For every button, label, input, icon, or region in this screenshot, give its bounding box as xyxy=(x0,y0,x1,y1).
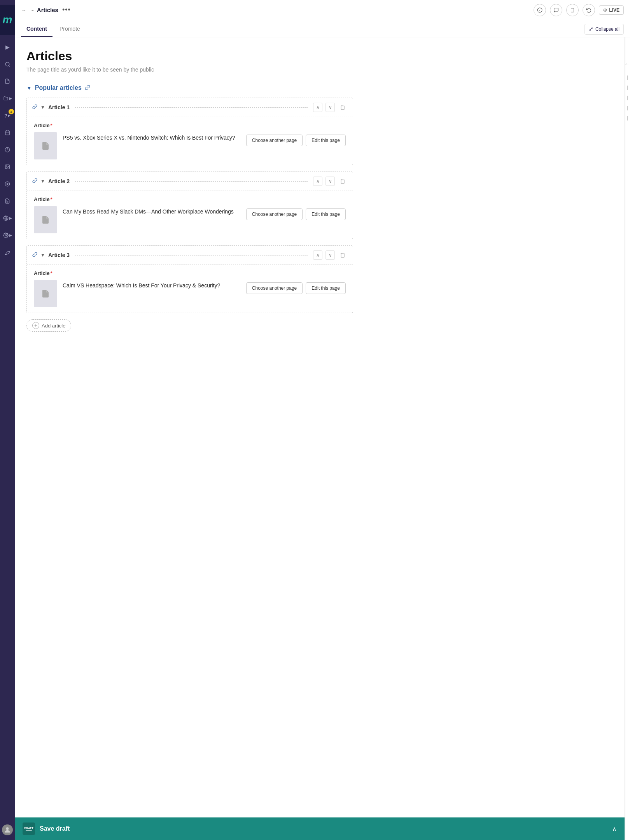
article-2-controls: ∧ ∨ xyxy=(313,177,347,186)
expand-icon[interactable]: ▶ xyxy=(2,42,12,52)
add-circle-icon: + xyxy=(32,322,39,329)
article-1-choose-btn[interactable]: Choose another page xyxy=(246,135,303,146)
article-3-row: Calm VS Headspace: Which Is Best For You… xyxy=(34,280,346,307)
article-1-thumbnail xyxy=(34,132,57,159)
collapse-all-button[interactable]: Collapse all xyxy=(584,24,624,35)
article-3-down-btn[interactable]: ∨ xyxy=(326,250,335,260)
mobile-icon-btn[interactable] xyxy=(566,4,579,16)
add-article-label: Add article xyxy=(42,323,65,329)
article-block-2: ▼ Article 2 ∧ ∨ xyxy=(26,172,353,239)
image-icon[interactable] xyxy=(2,162,12,172)
article-3-link-icon[interactable] xyxy=(32,252,37,258)
globe-expand-icon[interactable]: ▶ xyxy=(2,213,12,223)
article-2-name: Article 2 xyxy=(48,178,70,184)
document-icon[interactable] xyxy=(2,76,12,86)
sidebar-line-1 xyxy=(627,75,628,80)
article-2-delete-btn[interactable] xyxy=(338,177,347,186)
logo-letter: m xyxy=(3,14,12,26)
toolbar: → ··· Articles ••• xyxy=(15,0,630,20)
article-3-controls: ∧ ∨ xyxy=(313,250,347,260)
save-draft-label[interactable]: Save draft xyxy=(40,825,70,832)
article-block-1: ▼ Article 1 ∧ ∨ xyxy=(26,98,353,165)
section-header: ▼ Popular articles xyxy=(26,84,353,91)
article-3-edit-btn[interactable]: Edit this page xyxy=(306,282,346,294)
sidebar-line-5 xyxy=(627,116,628,121)
page-subtitle: The page title as you'd like it to be se… xyxy=(26,66,353,73)
article-3-dash xyxy=(75,255,308,256)
article-2-choose-btn[interactable]: Choose another page xyxy=(246,208,303,220)
article-1-field-label: Article* xyxy=(34,122,346,128)
article-3-text: Calm VS Headspace: Which Is Best For You… xyxy=(63,280,241,290)
history-icon-btn[interactable] xyxy=(583,4,595,16)
svg-point-0 xyxy=(5,62,9,66)
folder-expand-icon[interactable]: ▶ xyxy=(2,93,12,103)
draft-icon: DRAFT xyxy=(23,822,35,835)
article-1-content: Article* PS5 vs. Xbox Series X vs. Ninte… xyxy=(27,117,353,165)
right-sidebar-collapse-icon[interactable]: ←| xyxy=(624,61,630,67)
section-title: Popular articles xyxy=(35,84,82,91)
article-2-field-label: Article* xyxy=(34,196,346,202)
article-3-up-btn[interactable]: ∧ xyxy=(313,250,322,260)
help-badge-icon[interactable]: ? 2 ▶ xyxy=(2,110,12,121)
article-2-header: ▼ Article 2 ∧ ∨ xyxy=(27,172,353,191)
calendar-icon[interactable] xyxy=(2,128,12,138)
sidebar-line-4 xyxy=(627,106,628,110)
tab-promote[interactable]: Promote xyxy=(54,22,86,37)
play-circle-icon[interactable] xyxy=(2,179,12,189)
article-1-name: Article 1 xyxy=(48,104,70,110)
toolbar-title: Articles xyxy=(37,7,58,13)
article-3-delete-btn[interactable] xyxy=(338,250,347,260)
breadcrumb-dots: ··· xyxy=(30,7,35,13)
svg-point-16 xyxy=(5,234,7,236)
article-2-down-btn[interactable]: ∨ xyxy=(326,177,335,186)
settings-expand-icon[interactable]: ▶ xyxy=(2,230,12,240)
file-text-icon[interactable] xyxy=(2,196,12,206)
search-icon[interactable] xyxy=(2,59,12,69)
right-sidebar: ←| xyxy=(625,37,630,840)
user-avatar[interactable] xyxy=(2,824,13,835)
logo-area: m xyxy=(0,5,15,35)
live-button[interactable]: LIVE xyxy=(599,5,624,15)
article-2-dash xyxy=(75,181,308,182)
tab-bar: Content Promote Collapse all xyxy=(15,20,630,37)
svg-line-25 xyxy=(592,28,593,29)
article-1-delete-btn[interactable] xyxy=(338,103,347,112)
chat-icon-btn[interactable] xyxy=(550,4,562,16)
article-2-edit-btn[interactable]: Edit this page xyxy=(306,208,346,220)
article-1-down-btn[interactable]: ∨ xyxy=(326,103,335,112)
article-1-required: * xyxy=(50,122,52,128)
article-1-chevron-icon[interactable]: ▼ xyxy=(40,105,45,110)
question-circle-icon[interactable] xyxy=(2,145,12,155)
leaf-icon[interactable] xyxy=(2,247,12,257)
section-link-icon[interactable] xyxy=(85,85,90,91)
article-2-content: Article* Can My Boss Read My Slack DMs—A… xyxy=(27,191,353,239)
tab-content[interactable]: Content xyxy=(21,22,52,37)
svg-point-10 xyxy=(5,182,10,186)
info-icon-btn[interactable] xyxy=(534,4,546,16)
article-2-up-btn[interactable]: ∧ xyxy=(313,177,322,186)
article-2-chevron-icon[interactable]: ▼ xyxy=(40,178,45,184)
toolbar-more-icon[interactable]: ••• xyxy=(62,6,71,14)
article-1-link-icon[interactable] xyxy=(32,104,37,110)
save-bar-chevron-icon[interactable]: ∧ xyxy=(612,825,617,833)
section-divider xyxy=(93,88,353,88)
article-3-name: Article 3 xyxy=(48,252,70,258)
svg-point-23 xyxy=(605,9,606,10)
article-3-choose-btn[interactable]: Choose another page xyxy=(246,282,303,294)
article-2-link-icon[interactable] xyxy=(32,178,37,184)
article-1-up-btn[interactable]: ∧ xyxy=(313,103,322,112)
add-article-button[interactable]: + Add article xyxy=(26,319,71,332)
article-1-dash xyxy=(75,107,308,108)
article-3-chevron-icon[interactable]: ▼ xyxy=(40,252,45,258)
toolbar-expand-arrow[interactable]: → xyxy=(21,7,26,13)
article-1-row: PS5 vs. Xbox Series X vs. Nintendo Switc… xyxy=(34,132,346,159)
collapse-all-label: Collapse all xyxy=(595,26,620,32)
section-chevron-icon[interactable]: ▼ xyxy=(26,85,32,91)
article-1-edit-btn[interactable]: Edit this page xyxy=(306,135,346,146)
article-2-required: * xyxy=(50,196,52,202)
article-3-content: Article* Calm VS Headspace: Which Is Bes… xyxy=(27,265,353,313)
page-title: Articles xyxy=(26,49,353,63)
svg-line-1 xyxy=(9,65,10,66)
save-bar-inner: DRAFT Save draft xyxy=(23,822,612,835)
save-draft-bar: DRAFT Save draft ∧ xyxy=(15,817,625,840)
